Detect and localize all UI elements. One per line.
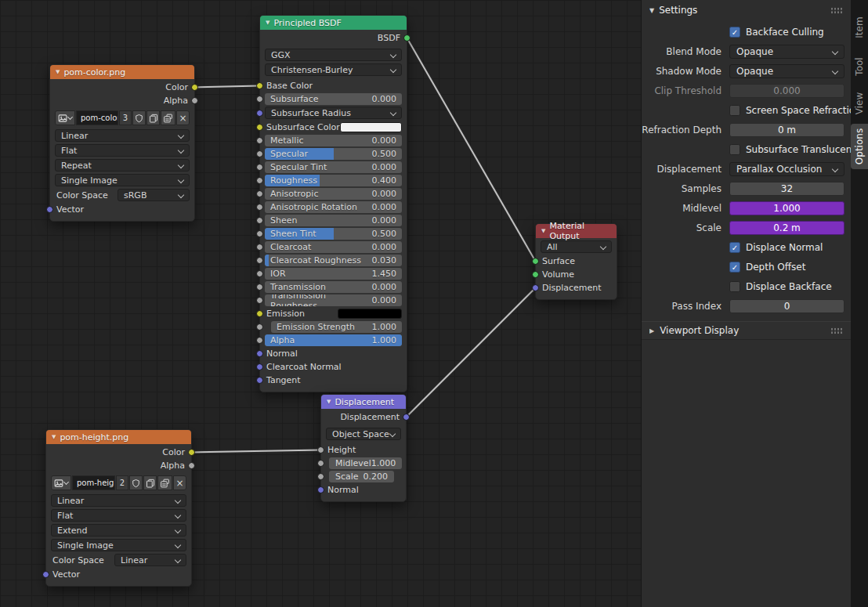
alpha-output-socket[interactable]	[191, 97, 198, 104]
midlevel-field[interactable]: 1.000	[729, 201, 844, 215]
fake-user-button[interactable]	[132, 110, 146, 125]
interpolation-dropdown[interactable]: Linear	[51, 494, 186, 507]
transmission-slider[interactable]: Transmission0.000	[265, 281, 402, 293]
new-image-button[interactable]	[143, 475, 157, 490]
collapse-icon[interactable]: ▼	[541, 228, 545, 234]
drag-grip-icon[interactable]	[830, 7, 843, 14]
node-pom-height[interactable]: ▼ pom-height.png Color Alpha	[45, 429, 192, 587]
clearcoat-roughness-input-socket[interactable]	[256, 257, 263, 264]
subsurface-slider[interactable]: Subsurface0.000	[265, 93, 402, 105]
sheen-tint-input-socket[interactable]	[256, 230, 263, 237]
height-input-socket[interactable]	[317, 446, 324, 453]
sheen-slider[interactable]: Sheen0.000	[265, 215, 402, 226]
unlink-image-button[interactable]: ×	[173, 475, 186, 490]
collapse-icon[interactable]: ▼	[52, 434, 56, 440]
emission-input-socket[interactable]	[256, 310, 263, 317]
midlevel-input-socket[interactable]	[317, 460, 324, 467]
vector-input-socket[interactable]	[46, 206, 53, 213]
fake-user-button[interactable]	[129, 475, 143, 490]
collapse-right-icon[interactable]: ▶	[649, 327, 654, 334]
sheen-tint-slider[interactable]: Sheen Tint0.500	[265, 228, 402, 240]
source-dropdown[interactable]: Single Image	[51, 539, 186, 551]
subsurface-color-color-swatch[interactable]	[340, 122, 402, 132]
node-displacement[interactable]: ▼ Displacement Displacement Object Space…	[320, 394, 407, 502]
alpha-slider[interactable]: Alpha1.000	[265, 334, 402, 346]
samples-field[interactable]: 32	[729, 182, 844, 196]
specular-input-socket[interactable]	[256, 150, 263, 157]
depth-offset-checkbox[interactable]: ✓	[729, 262, 740, 273]
anisotropic-rotation-slider[interactable]: Anisotropic Rotation0.000	[265, 201, 402, 213]
transmission-input-socket[interactable]	[256, 284, 263, 291]
interpolation-dropdown[interactable]: Linear	[55, 129, 190, 142]
principled-node-header[interactable]: ▼ Principled BSDF	[260, 16, 407, 30]
screen-space-refraction-checkbox[interactable]	[729, 105, 740, 116]
tab-view[interactable]: View	[851, 86, 868, 121]
emission-strength-slider[interactable]: Emission Strength1.000	[271, 321, 402, 333]
scale-field[interactable]: 0.2 m	[729, 221, 844, 235]
surface-input-socket[interactable]	[532, 258, 539, 265]
image-browse-button[interactable]	[55, 110, 75, 125]
alpha-input-socket[interactable]	[256, 337, 263, 344]
shadow-mode-dropdown[interactable]: Opaque	[729, 64, 844, 78]
emission-strength-input-socket[interactable]	[256, 323, 263, 331]
transmission-roughness-input-socket[interactable]	[256, 297, 263, 304]
node-pom-color[interactable]: ▼ pom-color.png Color Alpha	[49, 64, 195, 222]
pack-image-button[interactable]	[157, 475, 172, 490]
image-users-count[interactable]: 3	[119, 110, 132, 125]
pass-index-field[interactable]: 0	[729, 299, 844, 313]
extension-dropdown[interactable]: Repeat	[55, 159, 190, 172]
collapse-icon[interactable]: ▼	[649, 7, 654, 14]
color-space-dropdown[interactable]: sRGB	[118, 189, 190, 201]
anisotropic-slider[interactable]: Anisotropic0.000	[265, 188, 402, 200]
collapse-icon[interactable]: ▼	[266, 20, 269, 26]
metallic-input-socket[interactable]	[256, 137, 263, 144]
image-name-field[interactable]: pom-color.png	[76, 110, 118, 125]
scale-input-socket[interactable]	[317, 473, 324, 480]
clearcoat-slider[interactable]: Clearcoat0.000	[265, 241, 402, 253]
drag-grip-icon[interactable]	[830, 327, 843, 334]
anisotropic-rotation-input-socket[interactable]	[256, 204, 263, 211]
subsurface-input-socket[interactable]	[256, 96, 263, 103]
transmission-roughness-slider[interactable]: Transmission Roughness0.000	[265, 294, 402, 306]
tab-item[interactable]: Item	[851, 9, 868, 45]
roughness-slider[interactable]: Roughness0.400	[265, 175, 402, 186]
displace-normal-checkbox[interactable]: ✓	[729, 242, 740, 253]
pack-image-button[interactable]	[161, 110, 175, 125]
ior-slider[interactable]: IOR1.450	[265, 268, 402, 280]
base-color-input-socket[interactable]	[256, 82, 263, 89]
collapse-icon[interactable]: ▼	[327, 399, 331, 405]
color-output-socket[interactable]	[188, 449, 195, 456]
node-material-output[interactable]: ▼ Material Output All Surface Volume Dis…	[535, 223, 617, 300]
displace-backface-checkbox[interactable]	[729, 281, 740, 292]
settings-panel-header[interactable]: ▼ Settings	[642, 0, 851, 20]
clearcoat-input-socket[interactable]	[256, 244, 263, 251]
image-users-count[interactable]: 2	[116, 475, 128, 490]
color-output-socket[interactable]	[191, 84, 198, 91]
normal-input-socket[interactable]	[256, 350, 263, 357]
new-image-button[interactable]	[146, 110, 160, 125]
emission-color-swatch[interactable]	[338, 309, 402, 319]
subsurface-radius-dropdown[interactable]: Subsurface Radius	[265, 107, 402, 119]
subsurface-radius-input-socket[interactable]	[256, 110, 263, 117]
backface-culling-checkbox[interactable]: ✓	[729, 27, 740, 38]
ior-input-socket[interactable]	[256, 270, 263, 277]
unlink-image-button[interactable]: ×	[176, 110, 190, 125]
alpha-output-socket[interactable]	[188, 462, 195, 469]
specular-tint-slider[interactable]: Specular Tint0.000	[265, 161, 402, 173]
extension-dropdown[interactable]: Extend	[51, 524, 186, 537]
metallic-slider[interactable]: Metallic0.000	[265, 135, 402, 146]
target-dropdown[interactable]: All	[541, 240, 612, 253]
projection-dropdown[interactable]: Flat	[55, 144, 190, 157]
volume-input-socket[interactable]	[532, 271, 539, 278]
roughness-input-socket[interactable]	[256, 177, 263, 184]
subsurface-translucency-checkbox[interactable]	[729, 144, 740, 155]
space-dropdown[interactable]: Object Space	[326, 428, 401, 440]
sheen-input-socket[interactable]	[256, 217, 263, 224]
scale-slider[interactable]: Scale 0.200	[329, 471, 394, 482]
subsurface-method-dropdown[interactable]: Christensen-Burley	[265, 63, 402, 76]
tangent-input-socket[interactable]	[256, 377, 263, 384]
midlevel-slider[interactable]: Midlevel 1.000	[329, 457, 402, 469]
subsurface-color-input-socket[interactable]	[256, 124, 263, 131]
node-principled-bsdf[interactable]: ▼ Principled BSDF BSDF GGX Christensen-B…	[259, 15, 407, 392]
normal-input-socket[interactable]	[317, 486, 324, 493]
